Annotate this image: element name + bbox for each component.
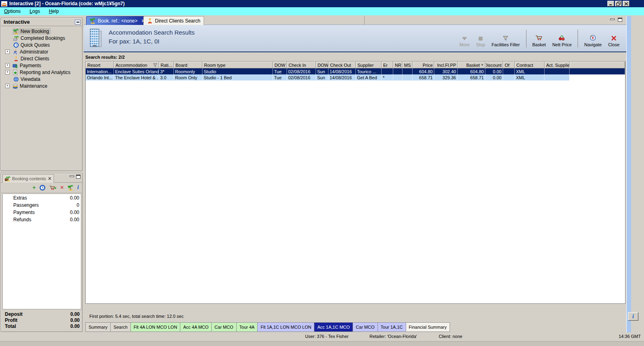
info-icon: i bbox=[632, 313, 634, 320]
window-bottom-edge bbox=[0, 341, 644, 346]
stop-button[interactable]: Stop bbox=[475, 28, 487, 49]
column-header[interactable]: Incl.Fl.PP bbox=[434, 62, 458, 68]
sidebar-item-administrator[interactable]: + Administrator bbox=[1, 48, 82, 55]
table-row[interactable]: Internation... Enclave Suites Orlando 3*… bbox=[86, 68, 625, 74]
close-tab-icon[interactable]: ✕ bbox=[47, 176, 52, 181]
expand-icon[interactable]: + bbox=[5, 49, 10, 54]
sidebar-item-direct-clients[interactable]: Direct Clients bbox=[1, 55, 82, 62]
tab-flt-1a1c[interactable]: Flt 1A,1C LON MCO LON bbox=[257, 322, 314, 332]
column-header[interactable]: DOW bbox=[316, 62, 328, 68]
palm-icon bbox=[13, 29, 19, 34]
delete-icon[interactable]: ✕ bbox=[60, 185, 64, 190]
column-header[interactable]: Board bbox=[174, 62, 202, 68]
sidebar-item-label: New Booking bbox=[21, 29, 49, 34]
column-header[interactable]: Price bbox=[413, 62, 434, 68]
minimize-button[interactable] bbox=[607, 1, 614, 6]
expand-icon[interactable]: + bbox=[5, 63, 10, 68]
navigate-button[interactable]: Navigate bbox=[583, 28, 603, 49]
column-header[interactable]: Supplier bbox=[356, 62, 382, 68]
more-button[interactable]: More bbox=[458, 28, 471, 49]
menu-help[interactable]: Help bbox=[47, 8, 60, 14]
expand-icon[interactable]: + bbox=[5, 70, 10, 74]
booking-contents-tab-label: Booking contents bbox=[12, 176, 46, 181]
column-header[interactable]: Discount bbox=[485, 62, 503, 68]
column-header[interactable]: MS bbox=[402, 62, 413, 68]
column-header[interactable]: NR bbox=[393, 62, 402, 68]
tab-acc-4a[interactable]: Acc 4A MCO bbox=[180, 322, 212, 332]
column-header[interactable]: Act. Supplier bbox=[545, 62, 570, 68]
total-label: Total bbox=[5, 323, 16, 329]
maximize-panel-icon[interactable] bbox=[618, 18, 622, 22]
menu-bar: Options Logs Help bbox=[0, 7, 644, 15]
close-button[interactable] bbox=[623, 1, 630, 6]
minimize-panel-icon[interactable] bbox=[610, 19, 615, 20]
info-icon[interactable]: i bbox=[77, 184, 79, 191]
results-header-band: Accommodation Search Results For pax: 1A… bbox=[84, 25, 626, 52]
column-header[interactable]: Of bbox=[503, 62, 515, 68]
list-item[interactable]: Passengers 0 bbox=[3, 201, 81, 208]
status-user: User: 376 - Tex Fisher bbox=[305, 334, 349, 339]
sidebar-item-label: Maintenance bbox=[20, 83, 47, 89]
tab-tour-1a1c[interactable]: Tour 1A,1C bbox=[378, 322, 406, 332]
booking-contents-tab[interactable]: Booking contents ✕ bbox=[2, 174, 54, 183]
button-label: Basket bbox=[533, 42, 546, 47]
maximize-panel-icon[interactable] bbox=[76, 175, 80, 179]
sidebar-item-maintenance[interactable]: + Maintenance bbox=[1, 82, 82, 89]
expand-icon[interactable]: + bbox=[5, 84, 10, 88]
list-item[interactable]: Refunds 0.00 bbox=[3, 216, 81, 223]
tab-acc-1a1c-selected[interactable]: Acc 1A,1C MCO bbox=[314, 322, 353, 332]
menu-logs[interactable]: Logs bbox=[28, 8, 41, 14]
list-item[interactable]: Payments 0.00 bbox=[3, 208, 81, 216]
filter-funnel-icon[interactable] bbox=[153, 63, 157, 67]
tab-tour-4a[interactable]: Tour 4A bbox=[236, 322, 258, 332]
sidebar-item-viewdata[interactable]: Viewdata bbox=[1, 76, 82, 82]
column-header[interactable]: Room type bbox=[202, 62, 273, 68]
tab-summary[interactable]: Summary bbox=[85, 322, 111, 332]
person-icon bbox=[147, 18, 153, 24]
column-header[interactable]: Basket▼ bbox=[458, 62, 485, 68]
add-icon[interactable]: + bbox=[32, 185, 36, 190]
window-title: Interactive [2] - Ocean-Florida (code: w… bbox=[9, 1, 125, 6]
booking-contents-panel: Booking contents ✕ + ✕ i Extras 0.00 bbox=[1, 173, 83, 332]
sidebar-item-new-booking[interactable]: New Booking bbox=[1, 28, 82, 35]
nett-price-button[interactable]: Nett Price bbox=[551, 28, 573, 49]
toolbar-separator bbox=[526, 30, 526, 47]
basket-move-icon[interactable] bbox=[49, 185, 56, 191]
column-header[interactable]: Check Out bbox=[328, 62, 356, 68]
table-row[interactable]: Orlando Int... The Enclave Hotel & ... 3… bbox=[86, 74, 625, 80]
palm-icon[interactable] bbox=[68, 185, 74, 191]
tab-financial-summary[interactable]: Financial Summary bbox=[406, 322, 450, 332]
column-header[interactable]: Resort bbox=[86, 62, 114, 68]
more-icon bbox=[462, 36, 467, 41]
tab-book-ref[interactable]: Book. ref.: <none> ✕ bbox=[86, 16, 149, 25]
tab-search[interactable]: Search bbox=[110, 322, 131, 332]
menu-options[interactable]: Options bbox=[2, 8, 22, 14]
sidebar-item-payments[interactable]: + $ Payments bbox=[1, 62, 82, 69]
column-header[interactable]: Er bbox=[382, 62, 393, 68]
title-bar: Interactive [2] - Ocean-Florida (code: w… bbox=[0, 0, 644, 7]
column-header[interactable]: DOW bbox=[273, 62, 287, 68]
sidebar-item-completed-bookings[interactable]: Completed Bookings bbox=[1, 35, 82, 41]
availability-clock-icon[interactable] bbox=[39, 185, 45, 191]
collapse-panel-button[interactable] bbox=[75, 20, 80, 25]
tab-car-mco-4a[interactable]: Car MCO bbox=[211, 322, 236, 332]
sort-descending-icon: ▼ bbox=[481, 63, 484, 67]
column-header[interactable]: Contract bbox=[515, 62, 545, 68]
facilities-filter-button[interactable]: Facilities Filter bbox=[490, 28, 521, 49]
column-header[interactable]: Check In bbox=[287, 62, 316, 68]
column-header[interactable]: Rati... bbox=[159, 62, 174, 68]
list-item[interactable]: Extras 0.00 bbox=[3, 194, 81, 201]
info-button[interactable]: i bbox=[628, 312, 638, 321]
tab-car-mco-1a1c[interactable]: Car MCO bbox=[353, 322, 378, 332]
close-results-button[interactable]: Close bbox=[607, 28, 621, 49]
tab-direct-clients-search[interactable]: Direct Clients Search bbox=[143, 16, 204, 25]
minimize-panel-icon[interactable] bbox=[70, 175, 74, 177]
tab-flt-4a[interactable]: Flt 4A LON MCO LON bbox=[130, 322, 180, 332]
person-icon bbox=[13, 56, 19, 62]
sidebar-item-reporting-analytics[interactable]: + Reporting and Analytics bbox=[1, 69, 82, 76]
sidebar-item-quick-quotes[interactable]: Quick Quotes bbox=[1, 41, 82, 48]
cherries-icon bbox=[558, 35, 566, 41]
basket-button[interactable]: Basket bbox=[531, 28, 547, 49]
restore-button[interactable] bbox=[615, 1, 622, 6]
column-header[interactable]: Accommodation bbox=[114, 62, 159, 68]
